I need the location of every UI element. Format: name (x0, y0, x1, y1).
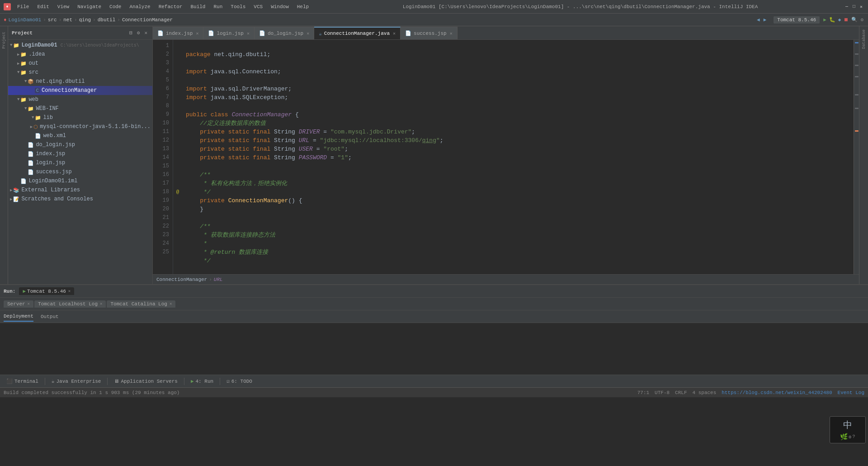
todo-icon: ☑ (226, 378, 230, 384)
breadcrumb-field[interactable]: URL (214, 277, 223, 282)
breadcrumb-project[interactable]: LoginDamo01 (9, 17, 42, 23)
menu-edit[interactable]: Edit (33, 3, 52, 10)
jsp-file-icon: 📄 (208, 30, 214, 36)
tab-close-icon[interactable]: ✕ (196, 31, 198, 36)
run-log-tab-close[interactable]: ✕ (28, 301, 30, 306)
menu-navigate[interactable]: Navigate (74, 3, 105, 10)
tab-close-icon[interactable]: ✕ (247, 31, 250, 36)
menu-code[interactable]: Code (106, 3, 125, 10)
run-log-tab-localhost[interactable]: Tomcat Localhost Log ✕ (34, 300, 106, 308)
maximize-button[interactable]: □ (851, 4, 857, 10)
tree-item-out[interactable]: ▶ 📁 out (8, 59, 152, 68)
breadcrumb-src[interactable]: src (48, 17, 57, 23)
tree-item-src[interactable]: ▼ 📁 src (8, 68, 152, 77)
bottom-toolbar: ⬛ Terminal ☕ Java Enterprise 🖥 Applicati… (0, 375, 868, 387)
sidebar-title: Project (12, 30, 33, 36)
nav-back-icon[interactable]: ◀ (757, 17, 760, 23)
run-sub-tabs: Deployment Output (0, 310, 868, 323)
tree-item-web[interactable]: ▼ 📁 web (8, 95, 152, 104)
src-folder-icon: 📁 (20, 70, 27, 76)
left-vtab-project[interactable]: Project (1, 30, 7, 51)
stop-icon[interactable]: ⏹ (844, 17, 849, 23)
tree-item-webinf[interactable]: ▼ 📁 WEB-INF (8, 104, 152, 113)
menu-refactor[interactable]: Refactor (155, 3, 186, 10)
tree-item-dologin[interactable]: ▶ 📄 do_login.jsp (8, 140, 152, 149)
tab-login-jsp[interactable]: 📄 login.jsp ✕ (203, 27, 254, 39)
tree-item-extlibs[interactable]: ▶ 📚 External Libraries (8, 185, 152, 195)
tree-item-index[interactable]: ▶ 📄 index.jsp (8, 149, 152, 158)
run-button[interactable]: ▶ 4: Run (188, 377, 216, 385)
title-bar: ♦ File Edit View Navigate Code Analyze R… (0, 0, 868, 14)
tree-item-connectionmanager[interactable]: ▶ C ConnectionManager (8, 86, 152, 95)
tab-index-jsp[interactable]: 📄 index.jsp ✕ (153, 27, 203, 39)
run-tab-server[interactable]: ▶ Tomcat 8.5.46 ✕ (19, 287, 74, 295)
tree-item-root[interactable]: ▼ 📁 LoginDamo01 C:\Users\lenovo\IdeaProj… (8, 41, 152, 50)
breadcrumb-class[interactable]: ConnectionManager (156, 277, 207, 282)
tree-item-iml[interactable]: ▶ 📄 LoginDamo01.iml (8, 176, 152, 185)
sidebar-settings[interactable]: ⚙ (136, 29, 142, 36)
breadcrumb-qing[interactable]: qing (79, 17, 91, 23)
right-scroll-gutter[interactable] (854, 40, 859, 274)
sidebar-close[interactable]: ✕ (143, 29, 149, 36)
debug-icon[interactable]: 🐛 (829, 17, 835, 23)
run-log-tab-catalina[interactable]: Tomcat Catalina Log ✕ (107, 300, 175, 308)
breadcrumb-net[interactable]: net (63, 17, 72, 23)
tab-success-jsp[interactable]: 📄 success.jsp ✕ (401, 27, 458, 39)
menu-vcs[interactable]: VCS (250, 3, 266, 10)
encoding[interactable]: UTF-8 (655, 390, 670, 395)
menu-window[interactable]: Window (267, 3, 292, 10)
sidebar-collapse-all[interactable]: ⊟ (128, 29, 134, 36)
line-separator[interactable]: CRLF (675, 390, 687, 395)
menu-view[interactable]: View (54, 3, 73, 10)
run-config-label[interactable]: Tomcat 8.5.46 (774, 16, 820, 24)
event-log-button[interactable]: Event Log (838, 390, 864, 395)
code-editor[interactable]: 1 2 3 4 5 6 7 8 9 10 11 12 13 14 15 16 1 (153, 40, 859, 274)
menu-tools[interactable]: Tools (227, 3, 249, 10)
jsp-icon: 📄 (28, 160, 34, 166)
java-enterprise-button[interactable]: ☕ Java Enterprise (49, 377, 104, 385)
menu-build[interactable]: Build (187, 3, 209, 10)
menu-file[interactable]: File (14, 3, 33, 10)
run-localhost-tab-close[interactable]: ✕ (100, 301, 102, 306)
run-tab-close[interactable]: ✕ (68, 289, 71, 294)
menu-help[interactable]: Help (293, 3, 312, 10)
tab-connectionmanager-java[interactable]: ☕ ConnectionManager.java ✕ (314, 27, 401, 39)
close-button[interactable]: ✕ (858, 4, 864, 10)
settings-icon[interactable]: ⚙ (860, 17, 863, 23)
indent-setting[interactable]: 4 spaces (693, 390, 717, 395)
run-log-tab-server[interactable]: Server ✕ (4, 300, 33, 308)
tree-item-mysql-jar[interactable]: ▶ ⬡ mysql-connector-java-5.1.16-bin... (8, 122, 152, 131)
menu-analyze[interactable]: Analyze (126, 3, 154, 10)
java-class-icon: C (35, 88, 40, 93)
run-subtab-output[interactable]: Output (41, 312, 59, 321)
tab-close-icon[interactable]: ✕ (450, 31, 453, 36)
database-panel-btn[interactable]: Database (861, 28, 867, 50)
menu-run[interactable]: Run (210, 3, 226, 10)
tree-item-lib[interactable]: ▼ 📁 lib (8, 113, 152, 122)
tree-item-webxml[interactable]: ▶ 📄 web.xml (8, 131, 152, 140)
tab-dologin-jsp[interactable]: 📄 do_login.jsp ✕ (255, 27, 314, 39)
tree-item-scratches[interactable]: ▶ 📝 Scratches and Consoles (8, 195, 152, 204)
tab-close-icon[interactable]: ✕ (307, 31, 309, 36)
tree-item-package[interactable]: ▼ 📦 net.qing.dbutil (8, 77, 152, 86)
tree-item-idea[interactable]: ▶ 📁 .idea (8, 50, 152, 59)
run-label: Run: (4, 289, 15, 294)
run-catalina-tab-close[interactable]: ✕ (170, 301, 172, 306)
minimize-button[interactable]: — (844, 4, 850, 10)
app-servers-button[interactable]: 🖥 Application Servers (111, 377, 180, 385)
csdn-link[interactable]: https://blog.csdn.net/weixin_44202480 (722, 390, 832, 395)
run-subtab-deployment[interactable]: Deployment (4, 312, 33, 322)
breadcrumb-file[interactable]: ConnectionManager (122, 17, 173, 23)
tree-item-login[interactable]: ▶ 📄 login.jsp (8, 158, 152, 167)
web-folder-icon: 📁 (20, 97, 27, 103)
terminal-button[interactable]: ⬛ Terminal (4, 377, 41, 385)
run-with-coverage-icon[interactable]: ◆ (838, 17, 841, 23)
run-green-icon[interactable]: ▶ (823, 17, 826, 23)
code-content[interactable]: package net.qing.dbutil; import java.sql… (182, 40, 854, 274)
tree-item-success[interactable]: ▶ 📄 success.jsp (8, 167, 152, 176)
todo-button[interactable]: ☑ 6: TODO (224, 377, 255, 385)
breadcrumb-dbutil[interactable]: dbutil (98, 17, 116, 23)
nav-forward-icon[interactable]: ▶ (764, 17, 767, 23)
tab-close-icon[interactable]: ✕ (393, 31, 396, 36)
search-everywhere-icon[interactable]: 🔍 (851, 17, 858, 23)
